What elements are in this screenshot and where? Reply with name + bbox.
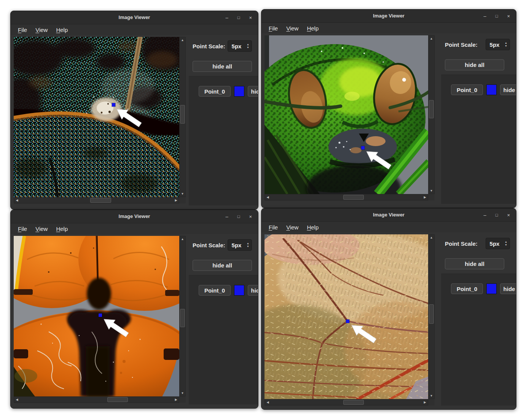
minimize-button[interactable]: – <box>226 214 228 219</box>
titlebar[interactable]: Image Viewer – □ × <box>11 11 258 24</box>
titlebar[interactable]: Image Viewer – □ × <box>261 10 516 23</box>
minimize-button[interactable]: – <box>484 213 486 218</box>
horizontal-scroll-thumb[interactable] <box>343 195 364 200</box>
maximize-button[interactable]: □ <box>496 14 498 18</box>
scroll-right-icon[interactable]: ▶ <box>422 399 428 405</box>
maximize-button[interactable]: □ <box>237 16 240 20</box>
point-scale-spinner[interactable]: 5px ▲ ▼ <box>228 239 252 251</box>
scroll-up-icon[interactable]: ▲ <box>429 36 434 41</box>
horizontal-scroll-track[interactable] <box>20 197 173 203</box>
scroll-down-icon[interactable]: ▼ <box>429 188 434 194</box>
spinner-up-icon[interactable]: ▲ <box>245 43 251 46</box>
image-canvas[interactable] <box>264 35 428 194</box>
maximize-button[interactable]: □ <box>237 215 240 219</box>
scroll-right-icon[interactable]: ▶ <box>173 197 179 203</box>
titlebar[interactable]: Image Viewer – □ × <box>261 208 516 222</box>
menu-file[interactable]: File <box>265 223 281 231</box>
horizontal-scrollbar[interactable]: ◀ ▶ <box>264 399 428 406</box>
image-canvas[interactable] <box>264 234 428 399</box>
scroll-right-icon[interactable]: ▶ <box>422 194 428 200</box>
spinner-down-icon[interactable]: ▼ <box>245 245 251 248</box>
spinner-up-icon[interactable]: ▲ <box>503 41 509 45</box>
spinner-up-icon[interactable]: ▲ <box>503 240 509 243</box>
spinner-up-icon[interactable]: ▲ <box>245 242 251 245</box>
point-scale-spinner[interactable]: 5px ▲ ▼ <box>486 238 510 249</box>
point-color-swatch[interactable] <box>234 86 244 97</box>
vertical-scrollbar[interactable]: ▲ ▼ <box>179 236 186 396</box>
point-marker[interactable] <box>112 103 115 107</box>
hide-all-button[interactable]: hide all <box>445 258 504 269</box>
horizontal-scrollbar[interactable]: ◀ ▶ <box>264 194 428 200</box>
vertical-scrollbar[interactable]: ▲ ▼ <box>179 37 186 197</box>
menu-help[interactable]: Help <box>303 223 322 231</box>
close-button[interactable]: × <box>507 14 510 19</box>
point-color-swatch[interactable] <box>486 84 497 95</box>
image-canvas[interactable] <box>14 236 179 396</box>
scroll-down-icon[interactable]: ▼ <box>429 393 434 399</box>
maximize-button[interactable]: □ <box>496 213 498 217</box>
vertical-scrollbar[interactable]: ▲ ▼ <box>428 234 435 399</box>
horizontal-scrollbar[interactable]: ◀ ▶ <box>14 197 179 204</box>
point-marker[interactable] <box>99 313 102 317</box>
scroll-up-icon[interactable]: ▲ <box>180 37 185 43</box>
scroll-down-icon[interactable]: ▼ <box>180 191 185 197</box>
scroll-up-icon[interactable]: ▲ <box>180 236 185 242</box>
spinner-down-icon[interactable]: ▼ <box>245 46 251 49</box>
point-color-swatch[interactable] <box>234 285 244 296</box>
horizontal-scroll-track[interactable] <box>20 397 173 402</box>
close-button[interactable]: × <box>249 214 252 219</box>
point-name-button[interactable]: Point_0 <box>451 283 483 294</box>
vertical-scroll-thumb[interactable] <box>429 304 434 323</box>
scroll-down-icon[interactable]: ▼ <box>180 390 185 396</box>
menu-view[interactable]: View <box>32 225 51 233</box>
scroll-left-icon[interactable]: ◀ <box>265 399 271 405</box>
point-marker[interactable] <box>361 146 365 150</box>
menu-help[interactable]: Help <box>53 26 71 34</box>
point-scale-spinner[interactable]: 5px ▲ ▼ <box>228 40 252 52</box>
menu-help[interactable]: Help <box>53 225 71 233</box>
point-name-button[interactable]: Point_0 <box>451 84 483 95</box>
scroll-left-icon[interactable]: ◀ <box>265 194 271 200</box>
vertical-scroll-track[interactable] <box>180 242 185 390</box>
menu-view[interactable]: View <box>283 223 302 231</box>
hide-all-button[interactable]: hide all <box>193 61 252 72</box>
vertical-scroll-track[interactable] <box>180 43 185 191</box>
horizontal-scroll-thumb[interactable] <box>90 198 111 203</box>
point-color-swatch[interactable] <box>486 283 497 294</box>
menu-view[interactable]: View <box>32 26 51 34</box>
point-hide-button[interactable]: hide <box>500 84 516 95</box>
menu-file[interactable]: File <box>14 225 30 233</box>
point-hide-button[interactable]: hide <box>500 283 516 294</box>
menu-view[interactable]: View <box>283 24 302 32</box>
menu-file[interactable]: File <box>265 24 281 32</box>
horizontal-scrollbar[interactable]: ◀ ▶ <box>14 396 179 403</box>
scroll-right-icon[interactable]: ▶ <box>173 397 179 402</box>
vertical-scroll-track[interactable] <box>429 41 434 188</box>
vertical-scrollbar[interactable]: ▲ ▼ <box>428 35 435 194</box>
scroll-up-icon[interactable]: ▲ <box>429 235 434 240</box>
image-canvas[interactable] <box>14 37 179 197</box>
point-name-button[interactable]: Point_0 <box>199 285 231 296</box>
hide-all-button[interactable]: hide all <box>193 260 252 271</box>
horizontal-scroll-thumb[interactable] <box>343 400 364 405</box>
vertical-scroll-track[interactable] <box>429 240 434 393</box>
vertical-scroll-thumb[interactable] <box>180 105 185 124</box>
point-hide-button[interactable]: hide <box>248 285 258 296</box>
hide-all-button[interactable]: hide all <box>445 59 504 70</box>
point-hide-button[interactable]: hide <box>248 86 258 97</box>
vertical-scroll-thumb[interactable] <box>180 309 185 328</box>
spinner-down-icon[interactable]: ▼ <box>503 45 509 48</box>
menu-help[interactable]: Help <box>303 24 322 32</box>
spinner-down-icon[interactable]: ▼ <box>503 243 509 247</box>
scroll-left-icon[interactable]: ◀ <box>14 397 20 402</box>
titlebar[interactable]: Image Viewer – □ × <box>11 210 258 223</box>
point-marker[interactable] <box>346 320 349 323</box>
point-name-button[interactable]: Point_0 <box>199 86 231 97</box>
close-button[interactable]: × <box>249 15 252 20</box>
horizontal-scroll-thumb[interactable] <box>107 397 128 402</box>
minimize-button[interactable]: – <box>484 14 486 19</box>
scroll-left-icon[interactable]: ◀ <box>14 197 20 203</box>
menu-file[interactable]: File <box>14 26 30 34</box>
close-button[interactable]: × <box>507 213 510 218</box>
horizontal-scroll-track[interactable] <box>271 194 422 200</box>
